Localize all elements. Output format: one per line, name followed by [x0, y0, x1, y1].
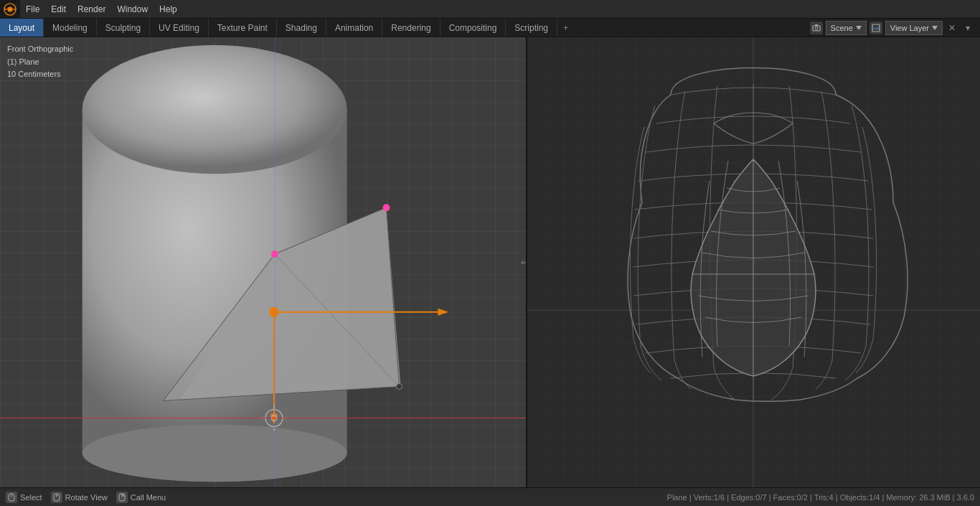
vertical-axis	[275, 37, 275, 487]
menu-file[interactable]: File	[20, 0, 45, 19]
svg-rect-6	[815, 24, 818, 26]
tab-texture-paint[interactable]: Texture Paint	[209, 19, 277, 37]
svg-point-10	[83, 45, 347, 174]
scene-selector[interactable]: Scene	[826, 21, 867, 35]
call-menu-label: Call Menu	[131, 493, 166, 502]
svg-point-5	[815, 27, 818, 29]
tab-uv-editing[interactable]: UV Editing	[150, 19, 209, 37]
viewport-info: Front Orthographic (1) Plane 10 Centimet…	[7, 43, 73, 81]
camera-icon[interactable]	[810, 22, 823, 34]
tab-sculpting[interactable]: Sculpting	[97, 19, 150, 37]
mouse-right-icon	[116, 492, 128, 503]
workspace-tabs: Layout Modeling Sculpting UV Editing Tex…	[0, 19, 980, 37]
app-logo[interactable]	[0, 0, 20, 19]
expand-button[interactable]: ▾	[961, 22, 974, 34]
viewport-left-svg	[0, 37, 526, 487]
main-content: Front Orthographic (1) Plane 10 Centimet…	[0, 37, 980, 487]
mouse-middle-icon	[51, 492, 62, 503]
close-workspace-button[interactable]: ✕	[946, 22, 958, 34]
viewport-object: (1) Plane	[7, 56, 73, 69]
viewport-right[interactable]	[527, 37, 980, 487]
scene-controls: Scene View Layer ✕ ▾	[810, 19, 980, 37]
add-workspace-button[interactable]: +	[557, 19, 574, 37]
svg-rect-40	[122, 494, 125, 497]
rotate-label: Rotate View	[65, 493, 108, 502]
tab-layout[interactable]: Layout	[0, 19, 44, 37]
ground-line	[0, 418, 526, 418]
view-layer-selector[interactable]: View Layer	[885, 21, 943, 35]
select-label: Select	[20, 493, 42, 502]
mouse-left-icon	[6, 492, 17, 503]
menu-window[interactable]: Window	[111, 0, 154, 19]
svg-marker-20	[438, 309, 448, 316]
viewport-left[interactable]: Front Orthographic (1) Plane 10 Centimet…	[0, 37, 527, 487]
resize-arrows-icon: ⟺	[521, 258, 527, 266]
status-bar: Select Rotate View Call Menu Plane | Ver…	[0, 487, 980, 506]
menu-items: File Edit Render Window Help	[20, 0, 183, 19]
svg-point-1	[7, 6, 12, 11]
svg-point-21	[383, 204, 390, 211]
tab-rendering[interactable]: Rendering	[382, 19, 440, 37]
tab-shading[interactable]: Shading	[277, 19, 326, 37]
tab-animation[interactable]: Animation	[326, 19, 382, 37]
svg-point-11	[83, 424, 347, 482]
top-menu-bar: File Edit Render Window Help	[0, 0, 980, 19]
tab-scripting[interactable]: Scripting	[506, 19, 557, 37]
wireframe-svg	[527, 37, 980, 487]
tab-compositing[interactable]: Compositing	[440, 19, 507, 37]
svg-point-23	[396, 384, 402, 390]
menu-edit[interactable]: Edit	[45, 0, 72, 19]
call-menu-status: Call Menu	[116, 492, 166, 503]
viewport-mode: Front Orthographic	[7, 43, 73, 56]
select-status: Select	[6, 492, 42, 503]
viewport-scale: 10 Centimeters	[7, 68, 73, 81]
view-layer-icon[interactable]	[870, 22, 882, 34]
tab-modeling[interactable]: Modeling	[44, 19, 97, 37]
mesh-info: Plane | Verts:1/6 | Edges:0/7 | Faces:0/…	[667, 493, 974, 502]
rotate-status: Rotate View	[51, 492, 108, 503]
menu-help[interactable]: Help	[154, 0, 183, 19]
menu-render[interactable]: Render	[72, 0, 111, 19]
